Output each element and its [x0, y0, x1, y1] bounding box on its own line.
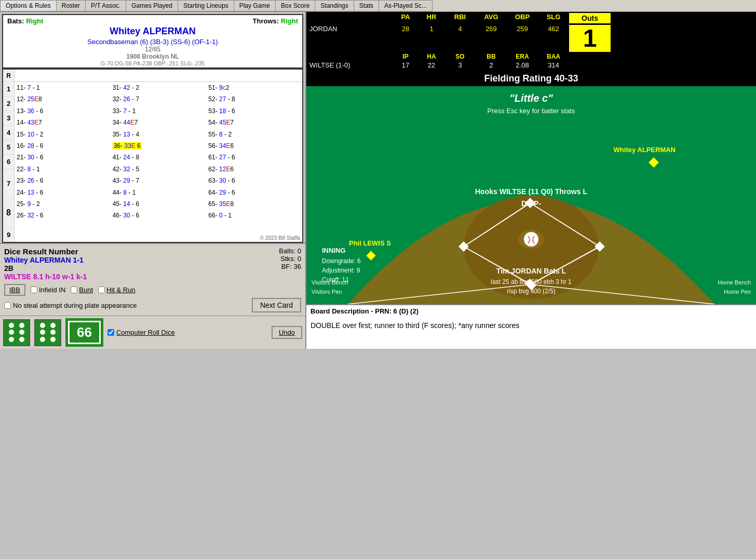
batter-rbi: 4: [444, 25, 476, 52]
nav-as-played[interactable]: As-Played Sc...: [379, 0, 433, 11]
pitcher-header-blank: [309, 53, 393, 60]
infield-in-label[interactable]: Infield IN: [31, 286, 65, 294]
pitcher-label-line2: D DP-: [521, 199, 541, 208]
dice-entry-35: 35- 13 - 4: [111, 129, 207, 140]
dice-entry-42: 42- 32 - 5: [111, 163, 207, 175]
die-dot: [9, 330, 14, 335]
dice-entry-22: 22- 8 - 1: [15, 163, 111, 175]
die-dot: [9, 323, 14, 328]
dice-entry-33: 33- 7 - 1: [111, 105, 207, 117]
die-dot: [40, 337, 45, 342]
nav-box-score[interactable]: Box Score: [275, 0, 315, 11]
fielding-rating-bar: Fielding Rating 40-33: [306, 71, 756, 86]
die-dot: [9, 337, 14, 342]
dice-entry-53: 53- 18 - 6: [206, 105, 302, 117]
bunt-label[interactable]: Bunt: [71, 286, 93, 294]
pitcher-ha: 22: [419, 61, 444, 69]
pitcher-label-line1: Hooks WILTSE (11 Q0) Throws L: [475, 187, 587, 196]
bunt-checkbox[interactable]: [71, 287, 77, 293]
row-label-8: 8: [3, 198, 14, 227]
dice-entry-43: 43- 29 - 7: [111, 175, 207, 186]
col3-header: [206, 70, 302, 81]
no-steal-label[interactable]: No steal attempt during plate appearance: [4, 302, 137, 309]
pitcher-baa: 314: [538, 61, 569, 69]
nav-play-game[interactable]: Play Game: [234, 0, 275, 11]
right-panel: PA HR RBI AVG OBP SLG Outs JORDAN 28 1 4…: [306, 12, 756, 349]
undo-button[interactable]: Undo: [272, 326, 302, 339]
dice-entry-13: 13- 36 - 6: [15, 105, 111, 117]
left-panel: Bats: Right Throws: Right Whitey ALPERMA…: [0, 12, 306, 349]
header-slg: SLG: [538, 13, 569, 23]
dice-entry-32: 32- 26 - 7: [111, 93, 207, 105]
nav-options[interactable]: Options & Rules: [0, 0, 56, 11]
nav-roster[interactable]: Roster: [56, 0, 85, 11]
player-card-top: Bats: Right Throws: Right Whitey ALPERMA…: [2, 14, 303, 69]
dice-entry-31: 31- 42 - 2: [111, 82, 207, 93]
stats-area: PA HR RBI AVG OBP SLG Outs JORDAN 28 1 4…: [306, 12, 756, 71]
computer-roll-checkbox[interactable]: [107, 329, 114, 336]
svg-point-13: [524, 232, 538, 247]
row-labels: R 1 2 3 4 5 6 7 8 9: [3, 70, 15, 242]
lewis-label: Phil LEWIS S: [349, 239, 391, 247]
row-label-9: 9: [3, 227, 14, 242]
ibb-button[interactable]: IBB: [4, 284, 25, 296]
pitcher-era: 2.08: [507, 61, 538, 69]
row-label-7: 7: [3, 169, 14, 198]
die-dot: [50, 330, 56, 335]
downgrade-label: Downgrade: 6: [322, 257, 361, 265]
little-c-label: "Little c": [509, 92, 552, 104]
hit-run-checkbox[interactable]: [98, 287, 105, 293]
hit-run-label[interactable]: Hit & Run: [98, 286, 136, 294]
batter-slg: 462: [538, 25, 569, 52]
pitcher-header-so: SO: [444, 53, 476, 60]
next-card-button[interactable]: Next Card: [252, 298, 301, 312]
dice-number-container: 66: [65, 318, 103, 347]
dice-card: R 1 2 3 4 5 6 7 8 9: [2, 69, 303, 243]
die-dot: [40, 330, 45, 335]
nav-stats[interactable]: Stats: [354, 0, 379, 11]
infield-in-checkbox[interactable]: [31, 287, 37, 293]
col2-header: [111, 70, 207, 81]
dice-entry-16: 16- 28 - 6: [15, 140, 111, 152]
batter-avg: 269: [476, 25, 507, 52]
pitcher-header-row: IP HA SO BB ERA BAA: [306, 52, 756, 61]
pitcher-so: 3: [444, 61, 476, 69]
dice-entry-21: 21- 30 - 6: [15, 152, 111, 163]
pitcher-ip: 17: [393, 61, 419, 69]
copyright: © 2023 Bill Staffa: [15, 234, 302, 242]
dice-result-pos: 2B: [4, 264, 87, 272]
nav-games-played[interactable]: Games Played: [126, 0, 178, 11]
home-pen: Home Pen: [724, 289, 751, 295]
nav-standings[interactable]: Standings: [315, 0, 353, 11]
nav-pt-assoc[interactable]: P/T Assoc.: [85, 0, 126, 11]
dice-entry-24: 24- 13 - 6: [15, 187, 111, 198]
main-container: Bats: Right Throws: Right Whitey ALPERMA…: [0, 12, 756, 349]
dice-entry-23: 23- 26 - 6: [15, 175, 111, 186]
dice-entries: 11- 7 - 1 12- 25E8 13- 36 - 6 14- 43E7 1…: [15, 70, 302, 242]
stks-display: Stks: 0: [279, 255, 301, 263]
dice-entry-61: 61- 27 - 6: [206, 152, 302, 163]
dice-display-row: 66 Computer Roll Dice Undo: [0, 316, 305, 349]
dice-result-pitcher: WILTSE 8.1 h-10 w-1 k-1: [4, 272, 87, 281]
player-position: Secondbaseman (6) (3B-3) (SS-6) (OF-1-1): [7, 38, 298, 46]
row-label-3: 3: [3, 111, 14, 126]
board-desc-content: DOUBLE over first; runner to third (F sc…: [306, 317, 756, 349]
bf-display: BF: 36: [279, 263, 301, 270]
nav-starting-lineups[interactable]: Starting Lineups: [178, 0, 234, 11]
computer-roll-label[interactable]: Computer Roll Dice: [107, 329, 267, 336]
pitcher-header-ip: IP: [393, 53, 419, 60]
dice-col2: 31- 42 - 2 32- 26 - 7 33- 7 - 1 34- 44E7…: [111, 82, 207, 234]
throws-label: Throws: Right: [253, 17, 298, 25]
dice-entry-36: 36- 33E 6: [111, 140, 207, 152]
dice-header-row: [15, 70, 302, 82]
row-label-1: 1: [3, 82, 14, 97]
alperman-label: Whitey ALPERMAN: [614, 146, 676, 154]
dice-grid: 11- 7 - 1 12- 25E8 13- 36 - 6 14- 43E7 1…: [15, 82, 302, 234]
dice-entry-25: 25- 9 - 2: [15, 198, 111, 210]
row-label-2: 2: [3, 97, 14, 111]
batter-name-cell: JORDAN: [309, 25, 393, 52]
dice-result-player: Whitey ALPERMAN 1-1: [4, 256, 87, 264]
no-steal-checkbox[interactable]: [4, 302, 11, 309]
pitcher-header-baa: BAA: [538, 53, 569, 60]
dice-entry-26: 26- 32 - 6: [15, 210, 111, 221]
